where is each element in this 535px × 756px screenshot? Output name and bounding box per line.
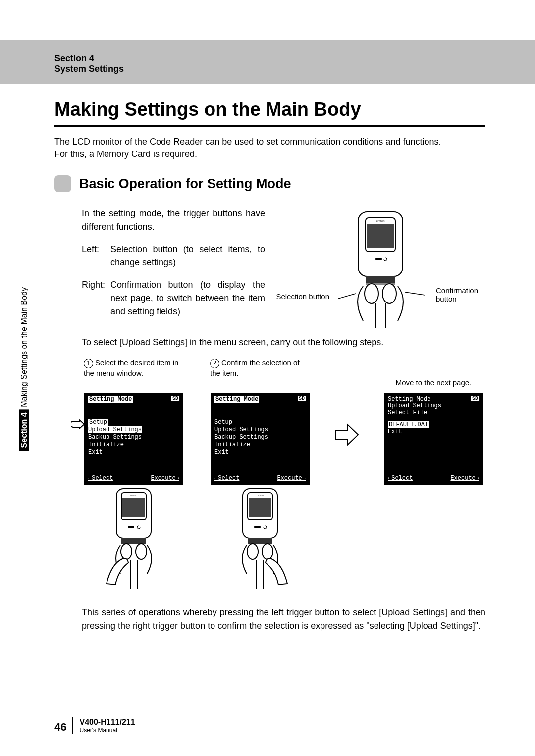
reader-icon-step2: omron [223,485,297,594]
sd-badge-2: SD [298,396,306,401]
lcd3-bc2: Upload Settings [388,403,441,409]
svg-rect-20 [121,538,146,544]
side-tab-title: Making Settings on the Main Body [20,287,28,409]
lcd1-title: Setting Mode [88,396,133,403]
device-figure: omron S [280,207,485,331]
sd-badge-3: SD [471,396,479,401]
svg-point-8 [365,284,378,303]
svg-point-22 [136,544,147,559]
svg-rect-2 [367,224,394,248]
step-1: 1Select the desired item in the menu win… [82,358,186,594]
svg-rect-5 [375,258,382,260]
lcd3-exit: Exit [388,428,402,435]
lcd-screen-2: Setting Mode SD Setup Upload Settings Ba… [211,393,310,485]
confirmation-button-label: Confirmation button [436,286,490,303]
lcd3-select: ←Select [388,475,413,482]
svg-point-33 [262,544,273,559]
subheading-row: Basic Operation for Setting Mode [54,175,485,192]
svg-rect-27 [249,498,271,517]
page-number: 46 [54,721,66,734]
lcd2-execute: Execute→ [277,475,306,482]
lcd1-select: ←Select [88,475,113,482]
svg-point-32 [247,544,258,559]
side-tab: Section 4 Making Settings on the Main Bo… [20,287,29,451]
lcd-screen-3: Setting Mode SD Upload Settings Select F… [384,393,483,485]
select-instruction: To select [Upload Settings] in the menu … [82,336,485,349]
page-title: Making Settings on the Main Body [54,99,485,127]
page-footer: 46 V400-H111/211 User's Manual [54,717,135,734]
lcd3-default-file: DEFAULT.DAT [388,421,429,428]
lcd2-backup: Backup Settings [214,434,268,441]
svg-text:omron: omron [376,219,384,222]
cursor-arrow-icon [71,419,85,429]
step-3-caption: Move to the next page. [394,358,474,389]
svg-line-12 [338,294,356,299]
step-2: 2Confirm the selection of the item. Sett… [208,358,312,594]
lcd2-setup: Setup [214,419,232,426]
lcd2-upload: Upload Settings [214,426,268,433]
closing-paragraph: This series of operations whereby pressi… [82,606,485,633]
lcd1-backup: Backup Settings [88,434,142,441]
svg-text:omron: omron [257,494,264,497]
selection-button-label: Selection button [270,292,329,301]
lcd1-execute: Execute→ [151,475,179,482]
svg-rect-6 [366,276,395,283]
lcd2-exit: Exit [214,449,229,455]
intro-text: The LCD monitor of the Code Reader can b… [54,136,485,160]
reader-icon-step1: omron [97,485,171,594]
lcd2-select: ←Select [214,475,239,482]
right-arrow-icon [334,423,359,446]
svg-line-13 [405,292,425,295]
lcd2-title: Setting Mode [214,396,259,403]
svg-text:omron: omron [130,494,137,497]
svg-rect-30 [254,526,261,528]
step-2-caption: 2Confirm the selection of the item. [208,358,312,389]
model-number: V400-H111/211 [79,718,135,727]
section-title: System Settings [54,64,485,74]
lcd-screen-1: Setting Mode SD Setup Upload Settings Ba… [84,393,183,485]
svg-point-21 [121,544,132,559]
svg-rect-16 [122,498,145,517]
lcd3-bc1: Setting Mode [388,396,430,403]
lcd1-init: Initialize [88,441,124,448]
lcd1-setup: Setup [88,419,108,426]
arrow-between [334,389,359,481]
section-header: Section 4 System Settings [0,40,535,84]
lcd3-execute: Execute→ [450,475,479,482]
steps-figure: 1Select the desired item in the menu win… [82,358,485,594]
intro-line2: For this, a Memory Card is required. [54,149,197,159]
section-number: Section 4 [54,53,485,64]
lcd2-init: Initialize [214,441,250,448]
step-1-number: 1 [84,359,93,368]
code-reader-icon: omron [299,207,467,331]
lcd1-upload-highlight: Upload Settings [88,426,142,433]
step-3: Move to the next page. Setting Mode SD U… [381,358,485,485]
svg-rect-19 [128,526,134,528]
left-desc: Selection button (to select items, to ch… [110,243,265,269]
lcd1-exit: Exit [88,449,103,455]
subheading-bullet-icon [54,175,71,192]
right-desc: Confirmation button (to display the next… [110,278,265,318]
side-tab-section: Section 4 [19,409,29,451]
svg-point-9 [382,284,396,303]
manual-label: User's Manual [79,727,135,734]
lcd3-bc3: Select File [388,409,427,416]
footer-divider [72,717,73,734]
mode-description: In the setting mode, the trigger buttons… [82,207,265,318]
svg-rect-31 [248,538,272,544]
lead-paragraph: In the setting mode, the trigger buttons… [82,207,265,234]
right-label: Right: [82,278,110,318]
left-label: Left: [82,243,110,269]
step-1-caption: 1Select the desired item in the menu win… [82,358,186,389]
intro-line1: The LCD monitor of the Code Reader can b… [54,137,441,147]
sd-badge: SD [171,396,179,401]
subheading: Basic Operation for Setting Mode [79,176,291,192]
step-2-number: 2 [210,359,219,368]
